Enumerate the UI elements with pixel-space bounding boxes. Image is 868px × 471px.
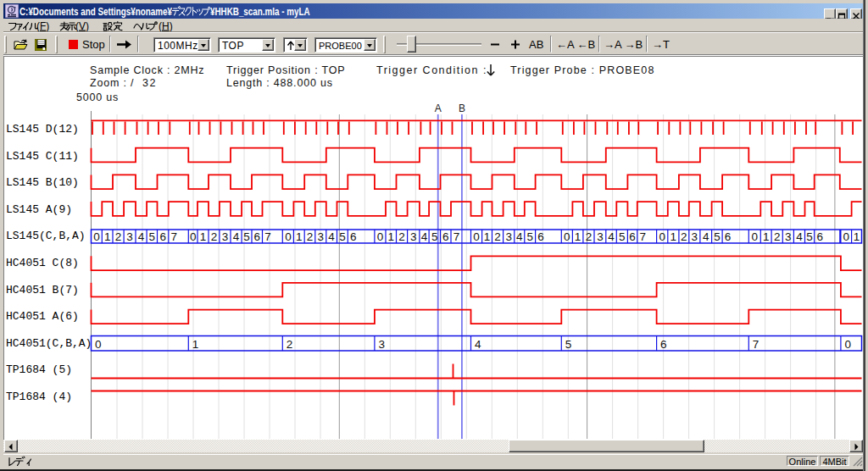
svg-text:A: A	[435, 103, 442, 114]
svg-text:012345670: 012345670	[95, 338, 851, 351]
svg-text:B: B	[459, 103, 465, 114]
